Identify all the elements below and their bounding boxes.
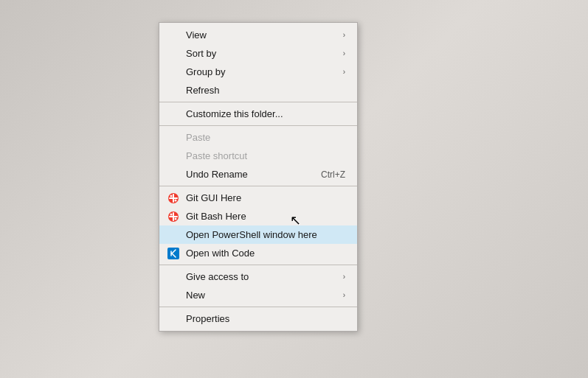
menu-item-sort-by[interactable]: Sort by › bbox=[159, 44, 357, 63]
menu-item-give-access-label: Give access to bbox=[186, 271, 343, 282]
menu-item-customize[interactable]: Customize this folder... bbox=[159, 105, 357, 123]
separator-5 bbox=[159, 307, 357, 307]
undo-rename-shortcut: Ctrl+Z bbox=[321, 169, 345, 180]
menu-item-new-label: New bbox=[186, 290, 343, 301]
menu-item-refresh[interactable]: Refresh bbox=[159, 81, 357, 99]
arrow-icon: › bbox=[343, 68, 345, 76]
menu-item-paste-label: Paste bbox=[186, 132, 345, 143]
separator-4 bbox=[159, 265, 357, 265]
menu-item-group-by-label: Group by bbox=[186, 66, 343, 77]
menu-item-git-gui[interactable]: Git GUI Here bbox=[159, 189, 357, 207]
menu-item-view-label: View bbox=[186, 29, 343, 41]
menu-item-open-powershell[interactable]: Open PowerShell window here bbox=[159, 225, 357, 244]
separator-1 bbox=[159, 102, 357, 102]
arrow-icon: › bbox=[343, 273, 345, 281]
menu-item-properties-label: Properties bbox=[186, 313, 345, 324]
menu-item-git-bash-label: Git Bash Here bbox=[186, 211, 345, 222]
menu-item-undo-rename[interactable]: Undo Rename Ctrl+Z bbox=[159, 165, 357, 183]
menu-item-properties[interactable]: Properties bbox=[159, 309, 357, 328]
menu-item-open-with-code-label: Open with Code bbox=[186, 248, 345, 259]
svg-point-1 bbox=[170, 195, 173, 197]
menu-item-sort-by-label: Sort by bbox=[186, 48, 343, 59]
git-gui-icon bbox=[167, 192, 180, 205]
menu-item-undo-rename-label: Undo Rename bbox=[186, 169, 306, 180]
svg-point-4 bbox=[170, 213, 173, 215]
menu-item-git-gui-label: Git GUI Here bbox=[186, 192, 345, 203]
svg-point-5 bbox=[175, 217, 177, 220]
menu-item-open-powershell-label: Open PowerShell window here bbox=[186, 229, 345, 240]
svg-point-2 bbox=[175, 199, 177, 201]
arrow-icon: › bbox=[343, 291, 345, 299]
menu-item-view[interactable]: View › bbox=[159, 26, 357, 44]
menu-item-paste[interactable]: Paste bbox=[159, 128, 357, 147]
menu-item-paste-shortcut[interactable]: Paste shortcut bbox=[159, 147, 357, 165]
separator-2 bbox=[159, 125, 357, 126]
arrow-icon: › bbox=[343, 31, 345, 39]
menu-item-refresh-label: Refresh bbox=[186, 85, 345, 96]
svg-rect-6 bbox=[167, 248, 179, 259]
vscode-icon bbox=[167, 247, 180, 260]
menu-item-git-bash[interactable]: Git Bash Here bbox=[159, 207, 357, 225]
menu-item-paste-shortcut-label: Paste shortcut bbox=[186, 150, 345, 161]
menu-item-open-with-code[interactable]: Open with Code bbox=[159, 244, 357, 262]
menu-item-group-by[interactable]: Group by › bbox=[159, 63, 357, 81]
arrow-icon: › bbox=[343, 49, 345, 57]
menu-item-give-access[interactable]: Give access to › bbox=[159, 267, 357, 286]
menu-item-new[interactable]: New › bbox=[159, 286, 357, 304]
menu-item-customize-label: Customize this folder... bbox=[186, 108, 345, 119]
separator-3 bbox=[159, 186, 357, 186]
git-bash-icon bbox=[167, 210, 180, 223]
context-menu: View › Sort by › Group by › Refresh Cust… bbox=[159, 22, 358, 332]
